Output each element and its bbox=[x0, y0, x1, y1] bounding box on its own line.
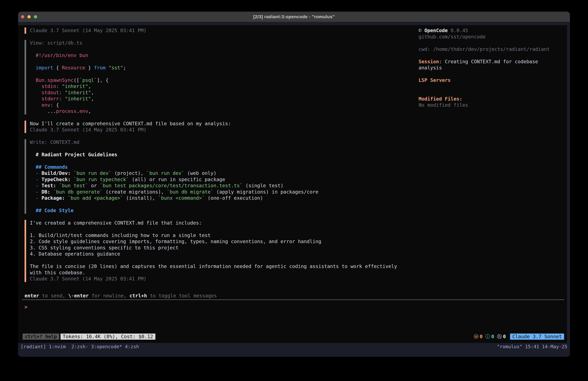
text-segment: , bbox=[88, 108, 91, 114]
text-segment: env bbox=[42, 102, 50, 108]
text-segment: ## Code Style bbox=[36, 208, 74, 213]
text-segment: , bbox=[88, 84, 91, 89]
text-segment: TypeCheck: bbox=[42, 177, 71, 182]
terminal-line: stdout: "inherit", bbox=[30, 90, 402, 96]
text-segment: Bun.spawnSync bbox=[36, 77, 74, 83]
diagnostics-counters: ⓦ0ⓘ0ⓗ0 bbox=[471, 334, 506, 340]
text-segment: I've created a comprehensive CONTEXT.md … bbox=[30, 220, 202, 226]
tmux-windows-list[interactable]: [radiant] 1:nvim 2:zsh- 3:opencode* 4:zs… bbox=[21, 344, 139, 350]
text-segment bbox=[30, 65, 36, 70]
info-icon: ⓘ bbox=[485, 334, 490, 340]
terminal-line: github.com/sst/opencode bbox=[419, 34, 567, 40]
terminal-line: Now I'll create a comprehensive CONTEXT.… bbox=[30, 121, 402, 127]
chat-block-tool: Write: CONTEXT.md # Radiant Project Guid… bbox=[24, 139, 402, 214]
terminal-line bbox=[30, 71, 402, 77]
terminal-line: The file is concise (20 lines) and captu… bbox=[30, 263, 402, 269]
terminal-line bbox=[30, 58, 402, 65]
terminal-line: © OpenCode 0.0.45 bbox=[419, 27, 567, 34]
terminal-content: Claude 3.7 Sonnet (14 May 2025 03:41 PM)… bbox=[18, 22, 570, 357]
minimize-button[interactable] bbox=[27, 15, 31, 18]
chat-block-message: Claude 3.7 Sonnet (14 May 2025 03:41 PM) bbox=[24, 27, 402, 34]
text-segment: to toggle tool messages bbox=[147, 293, 217, 298]
text-segment: ## Commands bbox=[36, 164, 68, 170]
text-segment bbox=[30, 90, 42, 95]
text-segment: ([ bbox=[74, 77, 79, 83]
text-segment: `bun db generate` bbox=[53, 189, 103, 195]
hint-count: 0 bbox=[503, 334, 506, 340]
text-segment bbox=[59, 84, 62, 89]
terminal-line: stderr: "inherit", bbox=[30, 96, 402, 102]
terminal-line: LSP Servers bbox=[419, 77, 567, 84]
terminal-line bbox=[419, 90, 567, 96]
keybind-hint: enter to send, \+enter for newline, ctrl… bbox=[24, 293, 217, 299]
terminal-line: 3. CSS styling conventions specific to t… bbox=[30, 245, 402, 251]
text-segment: \ bbox=[68, 293, 71, 298]
text-segment: (project), bbox=[111, 170, 147, 176]
tokens-cost-chip: Tokens: 16.4K (8%), Cost: $0.12 bbox=[61, 334, 155, 340]
text-segment bbox=[30, 164, 36, 170]
text-segment: - bbox=[30, 189, 42, 195]
text-segment bbox=[30, 208, 36, 213]
input-divider bbox=[22, 299, 564, 300]
text-segment: cwd: /home/thdxr/dev/projects/radiant/ra… bbox=[419, 46, 550, 52]
text-segment bbox=[71, 170, 74, 176]
terminal-line bbox=[30, 158, 402, 164]
terminal-line: Claude 3.7 Sonnet (14 May 2025 03:41 PM) bbox=[30, 127, 402, 133]
terminal-line bbox=[419, 40, 567, 46]
text-segment: 2. Code style guidelines covering import… bbox=[30, 239, 321, 244]
text-segment: Resource bbox=[62, 65, 85, 70]
status-bar: ctrl+? help Tokens: 16.4K (8%), Cost: $0… bbox=[22, 334, 564, 340]
text-segment: 1. Build/lint/test commands including ho… bbox=[30, 232, 210, 238]
text-segment: 4. Database operations guidance bbox=[30, 251, 120, 257]
text-segment: stdin bbox=[42, 84, 56, 89]
text-segment: : bbox=[50, 102, 53, 108]
text-segment: analysis bbox=[419, 65, 442, 70]
text-segment: "inherit" bbox=[65, 96, 91, 102]
text-segment bbox=[71, 177, 74, 182]
text-segment: with this codebase. bbox=[30, 270, 85, 275]
text-segment: stderr bbox=[42, 96, 59, 102]
text-segment: stdout bbox=[42, 90, 59, 95]
model-chip[interactable]: Claude 3.7 Sonnet bbox=[510, 334, 564, 340]
terminal-line: Write: CONTEXT.md bbox=[30, 139, 402, 145]
text-segment: (create migrations), bbox=[103, 189, 167, 195]
text-segment: : bbox=[59, 90, 62, 95]
prompt-input[interactable]: > bbox=[24, 304, 557, 314]
text-segment: github.com/sst/opencode bbox=[419, 34, 485, 40]
text-segment bbox=[62, 96, 65, 102]
zoom-button[interactable] bbox=[34, 15, 37, 18]
text-segment: (all) or run in specific package bbox=[129, 177, 225, 182]
hint-icon: ⓗ bbox=[497, 334, 502, 340]
chat-block-message: I've created a comprehensive CONTEXT.md … bbox=[24, 220, 402, 282]
terminal-line: Claude 3.7 Sonnet (14 May 2025 03:41 PM) bbox=[30, 27, 402, 34]
text-segment: © bbox=[419, 28, 424, 33]
text-segment: + bbox=[71, 293, 74, 298]
terminal-line bbox=[30, 145, 402, 152]
terminal-line: - Package: `bun add <package>` (install)… bbox=[30, 195, 402, 201]
text-segment: to send, bbox=[39, 293, 68, 298]
text-segment: "inherit" bbox=[62, 84, 88, 89]
text-segment bbox=[106, 65, 109, 70]
terminal-line: Claude 3.7 Sonnet (14 May 2025 03:41 PM) bbox=[30, 276, 402, 282]
text-segment: , bbox=[91, 90, 94, 95]
terminal-line bbox=[30, 201, 402, 208]
text-segment: `bun run dev` bbox=[147, 170, 185, 176]
text-segment: 3. CSS styling conventions specific to t… bbox=[30, 245, 178, 250]
text-segment: - bbox=[30, 195, 42, 201]
text-segment bbox=[30, 96, 42, 102]
text-segment: Claude 3.7 Sonnet (14 May 2025 03:41 PM) bbox=[30, 28, 146, 33]
text-segment: - bbox=[30, 170, 42, 176]
terminal-line: Modified Files: bbox=[419, 96, 567, 102]
text-segment bbox=[50, 189, 53, 195]
close-button[interactable] bbox=[21, 15, 24, 18]
terminal-line: ## Commands bbox=[30, 164, 402, 170]
terminal-line: import { Resource } from "sst"; bbox=[30, 65, 402, 71]
conversation-area[interactable]: Claude 3.7 Sonnet (14 May 2025 03:41 PM)… bbox=[24, 27, 402, 288]
text-segment: Modified Files: bbox=[419, 96, 462, 102]
text-segment: Now I'll create a comprehensive CONTEXT.… bbox=[30, 121, 231, 126]
terminal-line: 1. Build/lint/test commands including ho… bbox=[30, 232, 402, 239]
text-segment: 0.0.45 bbox=[451, 28, 468, 33]
text-segment bbox=[65, 195, 68, 201]
terminal-line: stdin: "inherit", bbox=[30, 83, 402, 90]
text-segment: , bbox=[91, 96, 94, 102]
